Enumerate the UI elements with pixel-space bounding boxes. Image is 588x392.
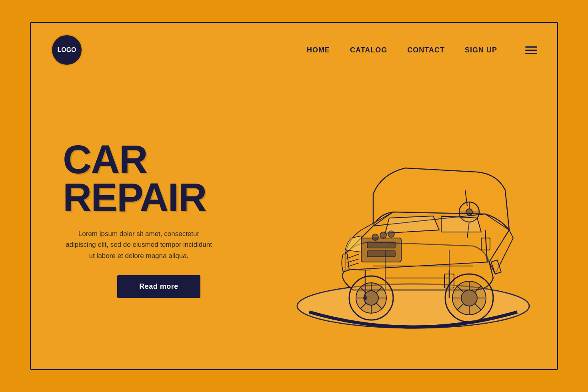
hamburger-menu[interactable] [525,46,537,54]
svg-rect-3 [367,242,395,248]
nav-contact[interactable]: CONTACT [407,46,445,54]
page-frame: LOGO HOME CATALOG CONTACT SIGN UP CAR RE… [30,22,558,370]
hero-title-line2: REPAIR [63,175,206,220]
car-svg [281,94,545,334]
text-section: CAR REPAIR Lorem ipsum dolor sit amet, c… [63,140,255,298]
hamburger-line-3 [525,53,537,54]
hero-title: CAR REPAIR [63,140,255,216]
nav-home[interactable]: HOME [307,46,330,54]
nav-signup[interactable]: SIGN UP [465,46,497,54]
svg-rect-4 [367,251,395,257]
nav-catalog[interactable]: CATALOG [350,46,387,54]
logo-label: LOGO [57,46,76,54]
read-more-button[interactable]: Read more [117,275,200,298]
hamburger-line-2 [525,50,537,51]
svg-point-5 [372,234,378,240]
car-illustration-section [257,58,558,370]
car-platform [277,82,549,354]
hamburger-line-1 [525,46,537,48]
svg-point-15 [466,209,472,215]
svg-point-1 [297,284,529,328]
hero-description: Lorem ipsum dolor sit amet, consectetur … [63,228,215,261]
logo[interactable]: LOGO [51,34,83,66]
svg-rect-2 [361,238,401,262]
svg-point-25 [364,291,378,305]
navigation: HOME CATALOG CONTACT SIGN UP [307,46,537,54]
main-content: CAR REPAIR Lorem ipsum dolor sit amet, c… [31,66,557,364]
